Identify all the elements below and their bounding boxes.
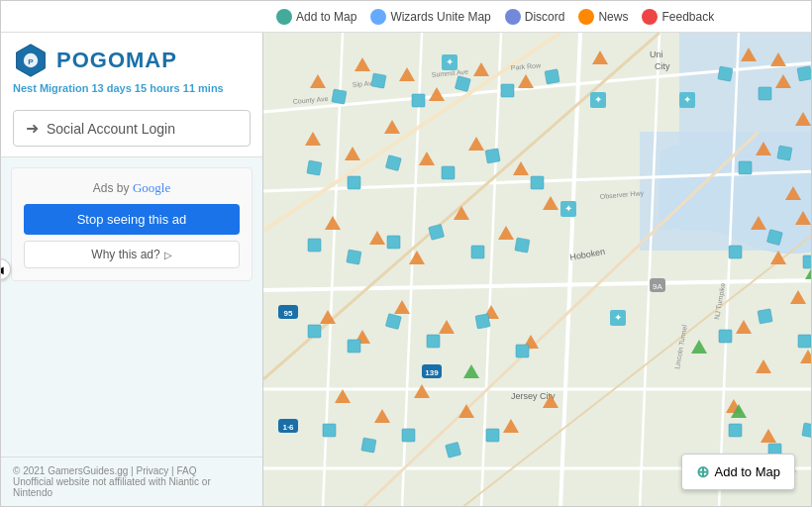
why-this-ad-button[interactable]: Why this ad? ▷ [24, 241, 240, 268]
svg-rect-94 [307, 160, 322, 175]
svg-text:9A: 9A [653, 282, 662, 291]
svg-rect-121 [777, 146, 792, 160]
sidebar-header: P POGOMAP Nest Migration 13 days 15 hour… [1, 33, 262, 100]
nav-news[interactable]: News [578, 9, 628, 25]
svg-rect-116 [486, 429, 499, 442]
login-label: Social Account Login [47, 121, 175, 137]
footer-line1: © 2021 GamersGuides.gg | Privacy | FAQ [13, 465, 251, 476]
svg-text:✦: ✦ [614, 312, 622, 323]
nav-add-label: Add to Map [296, 10, 356, 24]
ads-by-google-label: Ads by Google [24, 180, 240, 196]
login-button[interactable]: ➜ Social Account Login [13, 110, 251, 147]
sidebar-footer: © 2021 GamersGuides.gg | Privacy | FAQ U… [1, 456, 262, 506]
svg-rect-90 [412, 94, 425, 107]
svg-rect-120 [739, 161, 752, 174]
news-icon [578, 9, 594, 25]
add-to-map-label: Add to Map [715, 464, 781, 479]
logo-text: POGOMAP [56, 48, 177, 73]
svg-text:✦: ✦ [446, 56, 454, 67]
top-nav: Add to Map Wizards Unite Map Discord New… [1, 1, 811, 33]
svg-rect-123 [729, 246, 742, 258]
svg-rect-106 [308, 325, 321, 338]
svg-rect-111 [516, 345, 529, 357]
svg-rect-99 [531, 176, 544, 189]
sidebar: ◀ P POGOMAP Nest Migration 13 days 15 ho… [1, 33, 263, 506]
login-section: ➜ Social Account Login [1, 100, 262, 157]
svg-rect-117 [718, 66, 733, 81]
svg-text:139: 139 [425, 368, 439, 377]
map-area[interactable]: Hoboken Jersey City Uni City 95 1·6 139 … [263, 33, 811, 506]
discord-icon [505, 9, 521, 25]
svg-text:✦: ✦ [683, 94, 691, 105]
feedback-icon [642, 9, 658, 25]
nav-wizards-label: Wizards Unite Map [390, 10, 490, 24]
add-to-map-button[interactable]: ⊕ Add to Map [681, 454, 796, 490]
svg-rect-129 [729, 424, 742, 437]
add-icon [276, 9, 292, 25]
sidebar-toggle[interactable]: ◀ [1, 258, 11, 280]
svg-rect-105 [515, 238, 530, 253]
svg-rect-113 [361, 438, 376, 453]
svg-text:1·6: 1·6 [282, 423, 294, 432]
nav-add-to-map[interactable]: Add to Map [276, 9, 356, 25]
logo-row: P POGOMAP [13, 43, 251, 78]
footer-line2: Unofficial website not affiliated with N… [13, 476, 251, 498]
svg-rect-93 [545, 69, 559, 84]
svg-text:City: City [655, 61, 670, 71]
nav-feedback-label: Feedback [661, 10, 714, 24]
svg-text:Uni: Uni [650, 50, 663, 59]
nav-news-label: News [598, 10, 628, 24]
svg-rect-102 [387, 236, 400, 249]
svg-rect-114 [402, 429, 415, 442]
svg-rect-126 [719, 330, 732, 343]
svg-rect-97 [442, 166, 455, 179]
svg-text:✦: ✦ [594, 94, 602, 105]
svg-text:95: 95 [284, 309, 293, 318]
svg-rect-98 [485, 149, 500, 163]
ads-section: Ads by Google Stop seeing this ad Why th… [11, 167, 253, 281]
svg-rect-118 [759, 87, 771, 100]
svg-rect-95 [348, 176, 360, 189]
why-ad-label: Why this ad? [91, 248, 159, 261]
svg-rect-112 [323, 424, 336, 437]
ads-text: Ads by [93, 181, 133, 195]
wizards-icon [370, 9, 386, 25]
map-svg: Hoboken Jersey City Uni City 95 1·6 139 … [263, 33, 811, 506]
svg-rect-119 [797, 66, 811, 81]
svg-rect-128 [798, 335, 811, 348]
svg-text:✦: ✦ [564, 203, 572, 214]
svg-rect-107 [348, 340, 360, 353]
login-icon: ➜ [26, 119, 39, 138]
svg-rect-89 [371, 73, 386, 88]
nav-feedback[interactable]: Feedback [642, 9, 714, 25]
play-icon: ▷ [164, 250, 172, 260]
svg-rect-100 [308, 239, 321, 252]
svg-text:P: P [28, 57, 34, 66]
svg-rect-110 [475, 314, 490, 329]
stop-seeing-ad-button[interactable]: Stop seeing this ad [24, 204, 240, 235]
plus-icon: ⊕ [696, 462, 709, 481]
svg-rect-88 [332, 89, 347, 104]
svg-rect-101 [347, 250, 361, 264]
svg-rect-92 [501, 84, 514, 97]
nav-wizards-map[interactable]: Wizards Unite Map [370, 9, 490, 25]
main-content: ◀ P POGOMAP Nest Migration 13 days 15 ho… [1, 33, 811, 506]
svg-rect-109 [427, 335, 440, 348]
svg-rect-125 [803, 255, 811, 268]
svg-rect-104 [471, 246, 484, 258]
svg-rect-127 [758, 309, 772, 324]
nav-discord-label: Discord [525, 10, 565, 24]
nest-migration-timer: Nest Migration 13 days 15 hours 11 mins [13, 82, 251, 94]
logo-hex: P [13, 43, 49, 78]
nav-discord[interactable]: Discord [505, 9, 565, 25]
map-canvas: Hoboken Jersey City Uni City 95 1·6 139 … [263, 33, 811, 506]
google-text: Google [133, 180, 170, 195]
